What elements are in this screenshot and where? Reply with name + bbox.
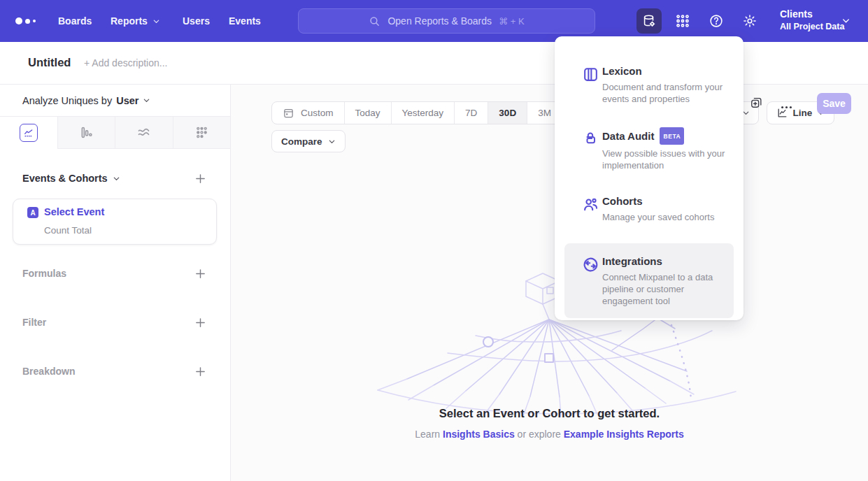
apps-grid-button[interactable] (670, 8, 695, 34)
nav-item-events[interactable]: Events (229, 0, 261, 42)
apps-grid-icon (675, 13, 690, 29)
formulas-label: Formulas (22, 268, 66, 279)
menu-item-description: Manage your saved cohorts (602, 211, 727, 223)
analyze-uniques-selector[interactable]: Analyze Uniques by User (0, 85, 230, 117)
date-range-label: 30D (499, 108, 516, 118)
date-range-yesterday[interactable]: Yesterday (391, 102, 455, 124)
data-management-dropdown: Lexicon Document and transform your even… (555, 36, 744, 320)
integrations-icon (582, 256, 599, 273)
search-icon (369, 15, 380, 27)
example-reports-link[interactable]: Example Insights Reports (564, 429, 684, 440)
report-title[interactable]: Untitled (28, 56, 71, 69)
bar-chart-icon (79, 125, 94, 140)
insights-chart-icon (20, 124, 38, 142)
tab-flows[interactable] (115, 117, 173, 149)
tab-retention[interactable] (173, 117, 231, 149)
menu-item-title: Lexicon (602, 64, 642, 78)
analyze-label: Analyze Uniques by (22, 95, 112, 106)
lexicon-icon (582, 66, 599, 83)
analyze-value: User (116, 95, 138, 106)
filter-label: Filter (22, 317, 46, 328)
flows-icon (136, 125, 151, 140)
events-cohorts-section: Events & Cohorts (0, 170, 230, 187)
menu-item-integrations[interactable]: Integrations Connect Mixpanel to a data … (564, 243, 734, 318)
nav-item-label: Boards (58, 15, 92, 27)
chart-type-label: Line (793, 108, 813, 118)
menu-item-cohorts[interactable]: Cohorts Manage your saved cohorts (564, 187, 734, 231)
search-placeholder: Open Reports & Boards (387, 15, 492, 27)
empty-state-text: or explore (518, 429, 561, 440)
select-event-button[interactable]: Select Event (44, 206, 104, 217)
date-range-label: 7D (465, 108, 477, 118)
date-range-7d[interactable]: 7D (454, 102, 488, 124)
menu-item-description: View possible issues with your implement… (602, 148, 727, 171)
date-range-label: 3M (538, 108, 551, 118)
aggregation-selector[interactable]: Count Total (44, 225, 92, 236)
date-range-today[interactable]: Today (344, 102, 391, 124)
menu-item-title: Integrations (602, 254, 662, 268)
beta-badge: BETA (660, 127, 684, 145)
events-cohorts-header[interactable]: Events & Cohorts (22, 173, 120, 184)
save-button[interactable]: Save (817, 93, 851, 114)
nav-item-label: Users (183, 15, 210, 27)
menu-item-title: Data Audit (602, 129, 654, 143)
report-canvas: Custom Today Yesterday 7D 30D 3M 6M Comp… (231, 85, 868, 481)
chevron-down-icon (113, 175, 120, 182)
help-button[interactable] (704, 8, 729, 34)
breakdown-label: Breakdown (22, 366, 75, 377)
empty-state-text: Learn (415, 429, 440, 440)
org-name: Clients (780, 8, 844, 21)
settings-button[interactable] (737, 8, 762, 34)
menu-item-title: Cohorts (602, 194, 643, 208)
chevron-down-icon (143, 96, 150, 104)
global-search-input[interactable]: Open Reports & Boards ⌘ + K (298, 8, 595, 34)
top-nav: Boards Reports Users Events Open Reports… (0, 0, 868, 42)
add-filter-button[interactable] (194, 317, 206, 329)
compare-label: Compare (281, 136, 322, 147)
menu-item-data-audit[interactable]: Data Audit BETA View possible issues wit… (564, 120, 734, 180)
empty-state-title: Select an Event or Cohort to get started… (231, 407, 868, 420)
nav-item-label: Reports (111, 15, 148, 27)
compare-button[interactable]: Compare (271, 130, 346, 152)
query-builder-sidebar: Analyze Uniques by User Events & Cohorts (0, 85, 231, 481)
series-badge: A (27, 207, 38, 218)
more-options-button[interactable] (780, 101, 793, 114)
insights-basics-link[interactable]: Insights Basics (443, 429, 515, 440)
project-selector[interactable]: Clients All Project Data (780, 8, 844, 33)
search-shortcut: ⌘ + K (499, 16, 525, 27)
mixpanel-logo-icon[interactable] (15, 15, 39, 27)
formulas-section: Formulas (0, 265, 230, 282)
date-range-30d[interactable]: 30D (488, 102, 527, 124)
add-description-field[interactable]: + Add description... (84, 57, 167, 69)
data-management-button[interactable] (636, 8, 662, 34)
event-row-card[interactable]: A Select Event Count Total (13, 199, 217, 245)
dot-grid-icon (194, 125, 209, 140)
nav-item-users[interactable]: Users (183, 0, 210, 42)
date-range-label: Today (355, 108, 380, 118)
gear-icon (742, 13, 757, 29)
duplicate-report-button[interactable] (750, 96, 763, 109)
add-event-button[interactable] (194, 173, 206, 185)
tab-funnels[interactable] (57, 117, 115, 149)
chevron-down-icon (328, 138, 336, 145)
add-breakdown-button[interactable] (194, 366, 206, 378)
breakdown-section: Breakdown (0, 363, 230, 380)
add-formula-button[interactable] (194, 268, 206, 280)
project-name: All Project Data (780, 21, 844, 33)
chevron-down-icon (152, 17, 160, 25)
date-range-custom[interactable]: Custom (272, 102, 344, 124)
events-cohorts-label: Events & Cohorts (22, 173, 108, 184)
date-range-label: Custom (301, 108, 334, 118)
visualization-tabs (0, 117, 230, 149)
menu-item-description: Connect Mixpanel to a data pipeline or c… (602, 271, 727, 307)
date-range-label: Yesterday (402, 108, 444, 118)
nav-item-boards[interactable]: Boards (58, 0, 92, 42)
menu-item-lexicon[interactable]: Lexicon Document and transform your even… (564, 57, 734, 113)
data-audit-icon (582, 130, 599, 147)
tab-insights[interactable] (0, 117, 57, 149)
nav-item-reports[interactable]: Reports (111, 0, 160, 42)
filter-section: Filter (0, 314, 230, 331)
calendar-icon (283, 107, 294, 119)
mixpanel-insights-app: Boards Reports Users Events Open Reports… (0, 0, 868, 481)
menu-item-description: Document and transform your events and p… (602, 81, 727, 105)
